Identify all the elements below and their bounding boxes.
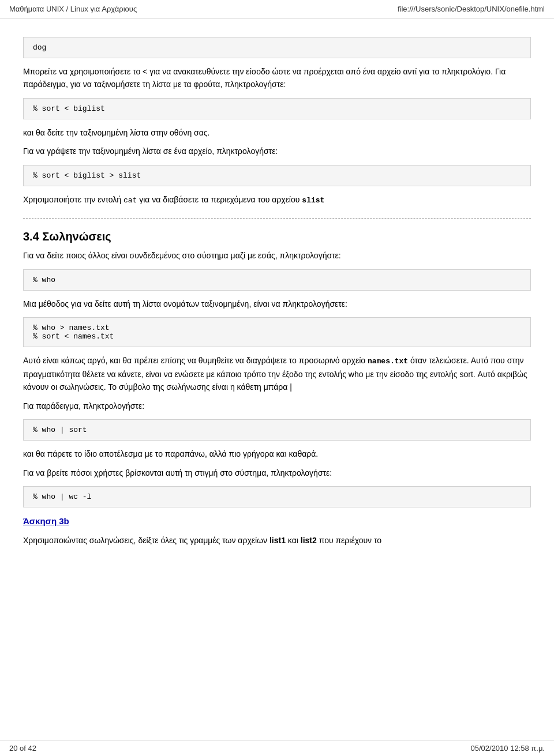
code-block-1: % sort < biglist	[23, 98, 531, 119]
exercise-text: Χρησιμοποιώντας σωληνώσεις, δείξτε όλες …	[23, 534, 531, 547]
code-4-line2: % sort < names.txt	[33, 332, 521, 341]
inline-code-slist: slist	[302, 196, 324, 205]
text5: και θα πάρετε το ίδιο αποτέλεσμα με το π…	[23, 447, 531, 460]
code-block-3: % who	[23, 269, 531, 291]
text4: Χρησιμοποιήστε την εντολή cat για να δια…	[23, 193, 531, 207]
exercise-heading: Άσκηση 3b	[23, 514, 531, 528]
inline-code-names: names.txt	[368, 357, 408, 366]
para-example: Για παράδειγμα, πληκτρολογήστε:	[23, 400, 531, 412]
code-block-4: % who > names.txt % sort < names.txt	[23, 317, 531, 347]
code-2-text: % sort < biglist > slist	[33, 171, 141, 180]
inline-code-cat: cat	[123, 196, 137, 205]
exercise-bold2: list2	[301, 536, 317, 545]
section-title: 3.4 Σωληνώσεις	[23, 230, 531, 243]
code-block-6: % who | wc -l	[23, 486, 531, 507]
code-4-line1: % who > names.txt	[33, 324, 521, 332]
code-3-text: % who	[33, 276, 55, 284]
exercise-bold1: list1	[269, 536, 286, 545]
intro-text1: Μπορείτε να χρησιμοποιήσετε το < για να …	[23, 65, 531, 91]
timestamp: 05/02/2010 12:58 π.μ.	[470, 744, 545, 753]
code-block-5: % who | sort	[23, 419, 531, 441]
text6: Για να βρείτε πόσοι χρήστες βρίσκονται α…	[23, 467, 531, 479]
code-6-text: % who | wc -l	[33, 492, 91, 501]
top-bar-right: file:///Users/sonic/Desktop/UNIX/onefile…	[398, 5, 545, 13]
intro-code-block: dog	[23, 37, 531, 58]
text3: Για να γράψετε την ταξινομημένη λίστα σε…	[23, 145, 531, 157]
page-number: 20 of 42	[9, 744, 36, 753]
section-text1: Για να δείτε ποιος άλλος είναι συνδεδεμέ…	[23, 249, 531, 262]
bottom-bar: 20 of 42 05/02/2010 12:58 π.μ.	[0, 740, 554, 756]
section-text2: Μια μέθοδος για να δείτε αυτή τη λίστα ο…	[23, 298, 531, 310]
text2: και θα δείτε την ταξινομημένη λίστα στην…	[23, 126, 531, 139]
intro-code-text: dog	[33, 43, 46, 52]
code-block-2: % sort < biglist > slist	[23, 165, 531, 186]
top-bar: Μαθήματα UNIX / Linux για Αρχάριους file…	[0, 0, 554, 18]
section-text3: Αυτό είναι κάπως αργό, και θα πρέπει επί…	[23, 354, 531, 394]
top-bar-left: Μαθήματα UNIX / Linux για Αρχάριους	[9, 5, 137, 13]
code-5-text: % who | sort	[33, 426, 87, 434]
exercise-link[interactable]: Άσκηση 3b	[23, 516, 69, 526]
section-divider	[23, 218, 531, 219]
code-1-text: % sort < biglist	[33, 104, 105, 113]
main-content: dog Μπορείτε να χρησιμοποιήσετε το < για…	[0, 18, 554, 587]
